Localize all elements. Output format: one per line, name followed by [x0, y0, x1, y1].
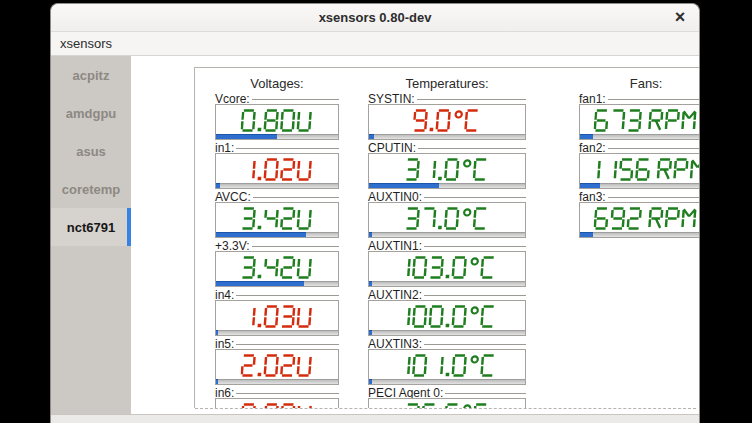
progress-track [216, 134, 338, 139]
tab-amdgpu[interactable]: amdgpu [51, 94, 131, 132]
lcd-display [579, 104, 699, 140]
column-header-temperatures: Temperatures: [368, 76, 526, 91]
sensor-cputin: CPUTIN: [368, 142, 526, 189]
progress-fill [216, 330, 218, 335]
lcd-value [216, 158, 338, 181]
column-header-fans: Fans: [579, 76, 699, 91]
sensor-label-row: AUXTIN3: [368, 338, 526, 349]
tab-acpitz[interactable]: acpitz [51, 56, 131, 94]
lcd-display [215, 349, 339, 385]
progress-fill [216, 183, 220, 188]
sensor-auxtin1: AUXTIN1: [368, 240, 526, 287]
progress-track [580, 183, 699, 188]
lcd-display [579, 153, 699, 189]
sensor-label-row: fan1: [579, 93, 699, 104]
xsensors-window: xsensors 0.80-dev × xsensors acpitz amdg… [50, 3, 700, 423]
lcd-value [369, 256, 525, 279]
sensor-vcore: Vcore: [215, 93, 339, 140]
progress-fill [216, 379, 218, 384]
label-rule [253, 197, 339, 198]
lcd-value [216, 256, 338, 279]
scroll-viewport[interactable]: Voltages: Temperatures: Fans: Vcore: in1… [181, 56, 699, 408]
progress-track [369, 330, 525, 335]
label-rule [417, 99, 526, 100]
lcd-display [368, 153, 526, 189]
progress-track [369, 134, 525, 139]
sensor-label-row: CPUTIN: [368, 142, 526, 153]
progress-fill [369, 134, 374, 139]
progress-fill [369, 281, 372, 286]
window-title: xsensors 0.80-dev [319, 10, 432, 25]
lcd-value [369, 354, 525, 377]
label-rule [424, 344, 526, 345]
lcd-display [368, 202, 526, 238]
label-rule [236, 148, 339, 149]
scroll-undershoot-line [195, 408, 696, 409]
progress-track [216, 330, 338, 335]
sensor-avcc: AVCC: [215, 191, 339, 238]
sensor-chip-tabs: acpitz amdgpu asus coretemp nct6791 [51, 56, 131, 423]
lcd-value [216, 305, 338, 328]
label-rule [236, 295, 339, 296]
sensor-label-row: fan3: [579, 191, 699, 202]
sensor-panel: Voltages: Temperatures: Fans: Vcore: in1… [131, 56, 699, 423]
label-rule [608, 148, 699, 149]
tab-nct6791[interactable]: nct6791 [51, 208, 131, 246]
progress-fill [580, 134, 593, 139]
lcd-value [369, 158, 525, 181]
progress-fill [369, 379, 372, 384]
sensor-label-row: in4: [215, 289, 339, 300]
label-rule [252, 99, 339, 100]
tab-label: nct6791 [67, 220, 115, 235]
sensor-fan1: fan1: [579, 93, 699, 140]
titlebar[interactable]: xsensors 0.80-dev × [51, 4, 699, 32]
lcd-value [216, 354, 338, 377]
sensor-systin: SYSTIN: [368, 93, 526, 140]
progress-fill [369, 183, 439, 188]
lcd-display [215, 398, 339, 408]
screen: xsensors 0.80-dev × xsensors acpitz amdg… [0, 0, 752, 423]
tab-asus[interactable]: asus [51, 132, 131, 170]
lcd-value [580, 109, 699, 132]
lcd-display [215, 202, 339, 238]
progress-fill [216, 134, 277, 139]
window-bottom-strip [51, 414, 699, 423]
sensor-in5: in5: [215, 338, 339, 385]
sensor-label-row: PECI Agent 0: [368, 387, 526, 398]
sensor-auxtin0: AUXTIN0: [368, 191, 526, 238]
progress-track [216, 281, 338, 286]
lcd-display [368, 300, 526, 336]
menu-xsensors[interactable]: xsensors [51, 32, 121, 55]
sensor-label-row: in6: [215, 387, 339, 398]
progress-track [216, 232, 338, 237]
label-rule [424, 246, 526, 247]
tab-label: amdgpu [66, 106, 117, 121]
lcd-value [369, 305, 525, 328]
progress-track [369, 232, 525, 237]
progress-track [580, 134, 699, 139]
progress-fill [216, 281, 304, 286]
sensor-3v3: +3.3V: [215, 240, 339, 287]
sensor-fan3: fan3: [579, 191, 699, 238]
sensor-label-row: +3.3V: [215, 240, 339, 251]
label-rule [445, 393, 526, 394]
progress-track [216, 379, 338, 384]
sensor-label-row: AUXTIN1: [368, 240, 526, 251]
lcd-display [215, 153, 339, 189]
progress-fill [216, 232, 306, 237]
sensor-label-row: AVCC: [215, 191, 339, 202]
label-rule [608, 197, 699, 198]
label-rule [236, 393, 339, 394]
lcd-display [368, 104, 526, 140]
sensor-label-row: in5: [215, 338, 339, 349]
progress-fill [580, 183, 600, 188]
close-button[interactable]: × [665, 4, 695, 31]
tab-label: acpitz [73, 68, 110, 83]
sensor-label-row: Vcore: [215, 93, 339, 104]
sensor-label-row: fan2: [579, 142, 699, 153]
sensor-label-row: AUXTIN2: [368, 289, 526, 300]
lcd-value [369, 207, 525, 230]
tab-coretemp[interactable]: coretemp [51, 170, 131, 208]
lcd-value [216, 207, 338, 230]
sensor-peci-agent-0: PECI Agent 0: [368, 387, 526, 408]
